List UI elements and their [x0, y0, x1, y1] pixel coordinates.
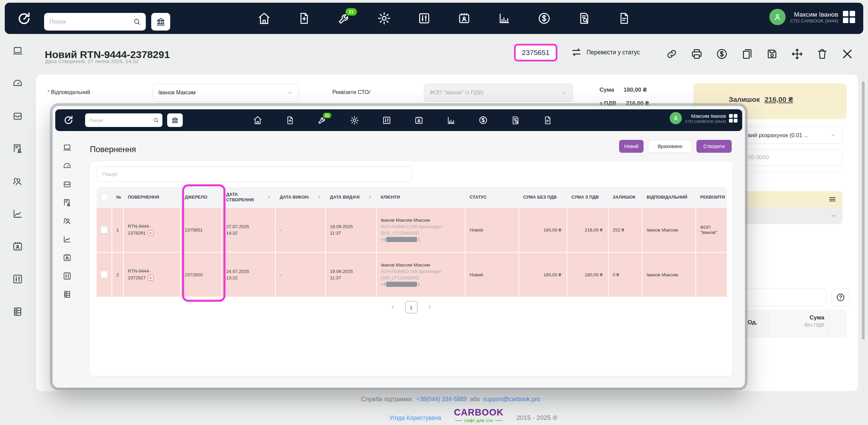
sidebar-dashboard-gauge-icon[interactable] [63, 162, 72, 170]
col-clients[interactable]: КЛІЄНТИ [377, 187, 466, 207]
user-agreement-link[interactable]: Угода Користувача [389, 414, 441, 422]
apps-grid-icon[interactable] [729, 114, 737, 123]
table-row[interactable]: 1 RTN-9444- 2378291+ 2375651 27.07.20251… [97, 208, 727, 252]
open-document-plus-icon[interactable]: + [148, 275, 154, 281]
transfer-status-button[interactable]: Перевести у статус [571, 47, 640, 58]
sidebar-laptop-icon[interactable] [12, 45, 23, 56]
col-num[interactable]: № [112, 187, 124, 207]
filter-funnel-icon[interactable] [368, 195, 373, 200]
nav-calendar-client-icon[interactable] [457, 11, 472, 26]
nav-wrench-icon[interactable]: 21 [337, 11, 352, 26]
nav-document-add-icon[interactable] [297, 11, 312, 26]
nav-document-lines-icon[interactable] [542, 115, 553, 125]
nav-home-icon[interactable] [253, 115, 263, 125]
user-menu[interactable]: Максим Іванов СТО CARBOOK (9444) [670, 112, 737, 124]
sidebar-dashboard-gauge-icon[interactable] [12, 78, 23, 89]
sidebar-clients-icon[interactable] [12, 176, 23, 187]
nav-home-icon[interactable] [257, 11, 272, 26]
col-responsible[interactable]: ВІДПОВІДАЛЬНИЙ [643, 187, 696, 207]
support-email-link[interactable]: support@carbook.pro [483, 396, 540, 403]
nav-settings-gear-icon[interactable] [377, 11, 392, 26]
nav-equipment-sliders-icon[interactable] [417, 11, 432, 26]
nav-equipment-sliders-icon[interactable] [381, 115, 392, 125]
user-avatar[interactable] [769, 9, 786, 25]
filter-accounted-button[interactable]: Враховано [648, 140, 692, 153]
client-phone-redacted[interactable]: +38(000) 702-00-41 [381, 282, 461, 287]
col-requisites[interactable]: РЕКВІЗИТИ [696, 187, 727, 207]
sidebar-storage-list-icon[interactable] [12, 306, 23, 317]
nav-settings-gear-icon[interactable] [349, 115, 359, 125]
nav-bar-chart-icon[interactable] [446, 115, 456, 125]
sidebar-calendar-board-icon[interactable] [12, 241, 23, 252]
document-id-highlighted[interactable]: 2375651 [514, 44, 557, 61]
support-phone-link[interactable]: +38(044) 334-5889 [416, 396, 467, 403]
search-icon[interactable] [153, 117, 159, 123]
move-icon[interactable] [791, 48, 804, 60]
row-checkbox[interactable] [100, 226, 108, 234]
open-document-plus-icon[interactable]: + [148, 230, 154, 236]
sidebar-equipment-sliders-icon[interactable] [12, 274, 23, 284]
apps-grid-icon[interactable] [843, 11, 855, 23]
cashbox-bank-button[interactable] [167, 113, 183, 127]
sidebar-client-card-icon[interactable] [63, 198, 72, 207]
delete-trash-icon[interactable] [816, 48, 829, 60]
cashbox-bank-button[interactable] [151, 13, 170, 31]
user-menu[interactable]: Максим Іванов СТО CARBOOK (9444) [769, 9, 855, 25]
nav-wrench-icon[interactable]: 21 [317, 115, 327, 125]
global-search-input[interactable] [49, 18, 133, 25]
filter-new-button[interactable]: Новий [619, 140, 644, 153]
client-phone-redacted[interactable]: +38(000) 702-00-41 [381, 237, 461, 242]
sidebar-calendar-board-icon[interactable] [63, 253, 72, 262]
client-cell[interactable]: Іванов Максим Максим ALFA ROMEO 159 Spor… [377, 253, 466, 297]
col-source[interactable]: ДЖЕРЕЛО [181, 187, 222, 207]
pagination-next-icon[interactable] [426, 304, 433, 311]
print-icon[interactable] [690, 48, 703, 60]
pagination-page-1[interactable]: 1 [405, 301, 417, 313]
filter-funnel-icon[interactable] [317, 195, 322, 200]
sidebar-inbox-icon[interactable] [12, 111, 23, 122]
save-icon[interactable] [766, 48, 778, 60]
sidebar-client-card-icon[interactable] [12, 143, 23, 154]
col-return[interactable]: ПОВЕРНЕННЯ [124, 187, 181, 207]
col-sum-no-vat[interactable]: СУМА БЕЗ ПДВ [519, 187, 567, 207]
sidebar-clients-icon[interactable] [63, 217, 72, 225]
menu-hamburger-icon[interactable] [828, 195, 836, 203]
sidebar-analytics-chart-icon[interactable] [63, 235, 72, 244]
link-icon[interactable] [665, 48, 678, 60]
help-question-button[interactable] [831, 289, 850, 306]
table-search-input[interactable] [102, 171, 407, 177]
search-icon[interactable] [133, 18, 141, 26]
nav-finance-dollar-icon[interactable] [478, 115, 488, 125]
sidebar-analytics-chart-icon[interactable] [12, 208, 23, 219]
balance-value[interactable]: 216,00 ₴ [765, 95, 793, 104]
col-date-created[interactable]: ДАТА СТВОРЕННЯ [222, 187, 276, 207]
nav-document-search-icon[interactable] [577, 11, 592, 26]
nav-finance-dollar-icon[interactable] [537, 11, 552, 26]
col-status[interactable]: СТАТУС [466, 187, 519, 207]
user-avatar[interactable] [670, 112, 682, 124]
sidebar-equipment-sliders-icon[interactable] [63, 272, 72, 280]
nav-document-search-icon[interactable] [510, 115, 520, 125]
modal-search-input[interactable] [88, 117, 153, 123]
close-x-icon[interactable] [841, 48, 854, 60]
nav-bar-chart-icon[interactable] [497, 11, 512, 26]
col-date-done[interactable]: ДАТА ВИКОН. [276, 187, 326, 207]
nav-calendar-client-icon[interactable] [414, 115, 424, 125]
copy-icon[interactable] [741, 48, 753, 60]
select-all-checkbox[interactable] [101, 193, 108, 201]
col-date-issued[interactable]: ДАТА ВИДАЧІ [326, 187, 377, 207]
sidebar-storage-list-icon[interactable] [63, 290, 72, 299]
sidebar-inbox-icon[interactable] [63, 180, 72, 189]
responsible-select[interactable]: Іванов Максим [153, 84, 299, 102]
col-balance[interactable]: ЗАЛИШОК [609, 187, 643, 207]
nav-document-lines-icon[interactable] [617, 11, 632, 26]
carbook-logo-icon[interactable] [63, 115, 74, 125]
create-button[interactable]: Створити [696, 140, 732, 153]
sidebar-laptop-icon[interactable] [63, 143, 72, 152]
col-sum-vat[interactable]: СУМА З ПДВ [567, 187, 609, 207]
row-checkbox[interactable] [100, 271, 108, 278]
filter-funnel-icon[interactable] [267, 195, 272, 200]
scrollbar-thumb[interactable] [862, 81, 865, 339]
carbook-logo-icon[interactable] [17, 12, 31, 26]
nav-document-add-icon[interactable] [285, 115, 295, 125]
